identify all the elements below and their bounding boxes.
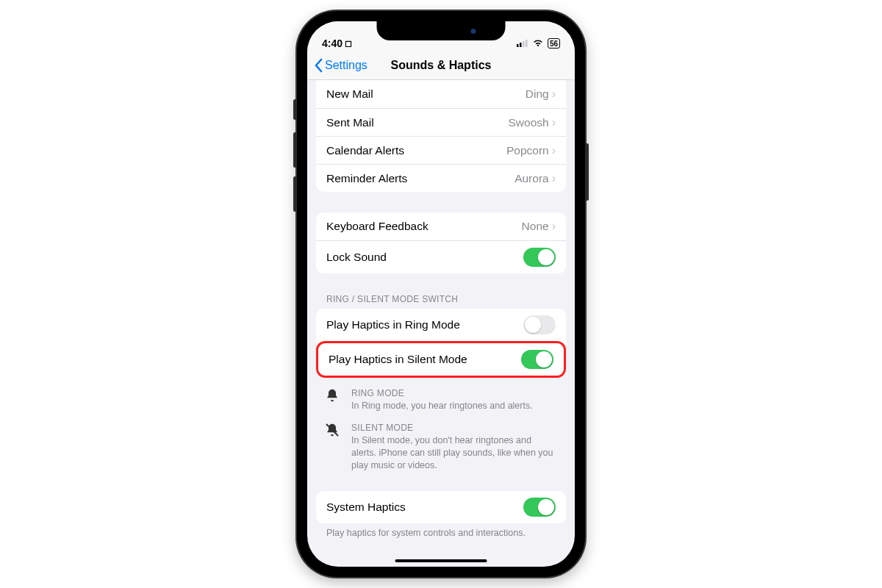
row-label: Lock Sound [326, 251, 387, 264]
back-button[interactable]: Settings [313, 51, 368, 79]
row-calendar-alerts[interactable]: Calendar Alerts Popcorn› [316, 136, 566, 164]
explain-title: RING MODE [351, 388, 533, 398]
row-keyboard-feedback[interactable]: Keyboard Feedback None› [316, 212, 566, 240]
system-haptics-group: System Haptics [316, 491, 566, 523]
section-header-ring-silent: RING / SILENT MODE SWITCH [326, 294, 556, 304]
svg-rect-3 [526, 40, 528, 47]
haptics-group: Play Haptics in Ring Mode Play Haptics i… [316, 309, 566, 378]
chevron-right-icon: › [552, 220, 556, 233]
row-label: Reminder Alerts [326, 172, 407, 185]
feedback-group: Keyboard Feedback None› Lock Sound [316, 212, 566, 273]
toggle-haptics-silent[interactable] [521, 350, 553, 369]
iphone-frame: 4:40 ◻ 56 Settings Sounds & Hapt [297, 11, 585, 577]
chevron-right-icon: › [552, 87, 556, 101]
toggle-haptics-ring[interactable] [523, 315, 556, 334]
system-haptics-note: Play haptics for system controls and int… [326, 528, 556, 538]
svg-rect-1 [520, 43, 522, 47]
screen: 4:40 ◻ 56 Settings Sounds & Hapt [307, 21, 575, 567]
row-label: Play Haptics in Ring Mode [326, 318, 460, 331]
row-label: Calendar Alerts [326, 144, 404, 157]
row-haptics-silent-mode: Play Haptics in Silent Mode [316, 341, 566, 378]
svg-rect-0 [517, 44, 519, 47]
row-new-mail[interactable]: New Mail Ding› [316, 80, 566, 108]
explain-desc: In Silent mode, you don't hear ringtones… [351, 434, 557, 472]
svg-rect-2 [523, 41, 525, 47]
row-label: Play Haptics in Silent Mode [329, 353, 467, 366]
row-system-haptics: System Haptics [316, 491, 566, 523]
row-value: Ding [526, 87, 549, 101]
row-value: None [522, 220, 549, 233]
row-reminder-alerts[interactable]: Reminder Alerts Aurora› [316, 164, 566, 192]
row-label: System Haptics [326, 501, 406, 514]
home-indicator[interactable] [395, 559, 487, 563]
row-label: Keyboard Feedback [326, 220, 429, 233]
toggle-lock-sound[interactable] [523, 248, 556, 267]
nav-bar: Settings Sounds & Haptics [307, 51, 575, 80]
chevron-left-icon [313, 58, 323, 73]
content-scroll[interactable]: New Mail Ding› Sent Mail Swoosh› Calenda… [307, 80, 575, 567]
chevron-right-icon: › [552, 172, 556, 185]
row-value: Aurora [514, 172, 549, 185]
bell-icon [325, 388, 341, 412]
explain-title: SILENT MODE [351, 423, 557, 433]
sounds-group: New Mail Ding› Sent Mail Swoosh› Calenda… [316, 80, 566, 192]
row-haptics-ring-mode: Play Haptics in Ring Mode [316, 309, 566, 341]
row-value: Swoosh [509, 116, 549, 129]
explain-ring-mode: RING MODE In Ring mode, you hear rington… [325, 388, 557, 412]
row-value: Popcorn [506, 144, 549, 157]
chevron-right-icon: › [552, 116, 556, 129]
row-sent-mail[interactable]: Sent Mail Swoosh› [316, 108, 566, 136]
back-label: Settings [325, 59, 368, 72]
chevron-right-icon: › [552, 144, 556, 157]
notch [377, 21, 506, 40]
orientation-lock-icon: ◻ [345, 38, 352, 49]
bell-slash-icon [325, 423, 341, 472]
toggle-system-haptics[interactable] [523, 498, 556, 517]
row-lock-sound: Lock Sound [316, 240, 566, 273]
page-title: Sounds & Haptics [391, 59, 492, 72]
status-time: 4:40 [322, 37, 343, 49]
explain-silent-mode: SILENT MODE In Silent mode, you don't he… [325, 423, 557, 472]
explain-desc: In Ring mode, you hear ringtones and ale… [351, 400, 533, 412]
row-label: New Mail [326, 87, 373, 101]
cellular-icon [517, 37, 528, 49]
wifi-icon [532, 37, 544, 49]
row-label: Sent Mail [326, 116, 374, 129]
battery-indicator: 56 [548, 38, 560, 49]
